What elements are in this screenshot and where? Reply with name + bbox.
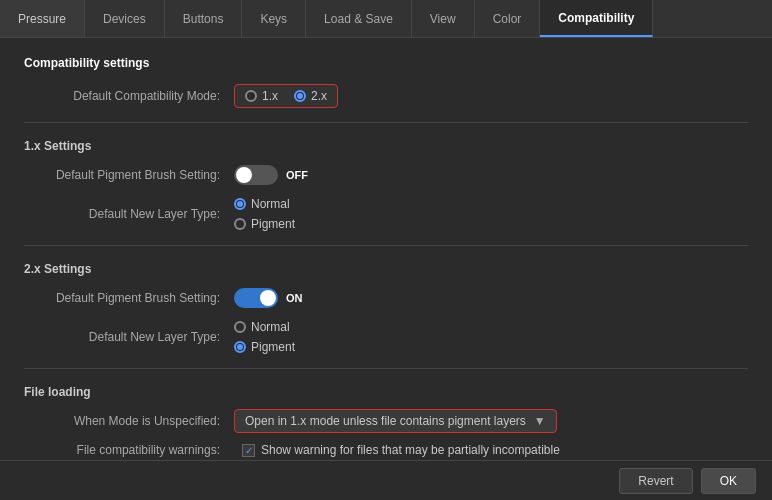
2x-brush-label: Default Pigment Brush Setting: bbox=[24, 291, 234, 305]
mode-1x-label: 1.x bbox=[262, 89, 278, 103]
warning-1-row: ✓ Show warning for files that may be par… bbox=[234, 443, 560, 457]
when-mode-label: When Mode is Unspecified: bbox=[24, 414, 234, 428]
tab-buttons[interactable]: Buttons bbox=[165, 0, 243, 37]
divider-3 bbox=[24, 368, 748, 369]
main-content: Compatibility settings Default Compatibi… bbox=[0, 38, 772, 460]
file-warnings-row: File compatibility warnings: ✓ Show warn… bbox=[24, 443, 748, 460]
mode-2x-radio[interactable] bbox=[294, 90, 306, 102]
1x-pigment-option[interactable]: Pigment bbox=[234, 217, 295, 231]
default-mode-row: Default Compatibility Mode: 1.x 2.x bbox=[24, 84, 748, 108]
compatibility-settings-title: Compatibility settings bbox=[24, 56, 748, 70]
2x-settings-title: 2.x Settings bbox=[24, 262, 748, 276]
ok-button[interactable]: OK bbox=[701, 468, 756, 494]
2x-layer-type-label: Default New Layer Type: bbox=[24, 330, 234, 344]
2x-layer-type-options: Normal Pigment bbox=[234, 320, 295, 354]
tab-view[interactable]: View bbox=[412, 0, 475, 37]
1x-normal-label: Normal bbox=[251, 197, 290, 211]
2x-layer-type-row: Default New Layer Type: Normal Pigment bbox=[24, 320, 748, 354]
1x-pigment-radio[interactable] bbox=[234, 218, 246, 230]
tab-color[interactable]: Color bbox=[475, 0, 541, 37]
compat-mode-group: 1.x 2.x bbox=[234, 84, 338, 108]
mode-1x-option[interactable]: 1.x bbox=[245, 89, 278, 103]
tab-load-save[interactable]: Load & Save bbox=[306, 0, 412, 37]
2x-normal-radio[interactable] bbox=[234, 321, 246, 333]
2x-pigment-radio[interactable] bbox=[234, 341, 246, 353]
tab-keys[interactable]: Keys bbox=[242, 0, 306, 37]
file-loading-title: File loading bbox=[24, 385, 748, 399]
when-mode-unspecified-row: When Mode is Unspecified: Open in 1.x mo… bbox=[24, 409, 748, 433]
divider-1 bbox=[24, 122, 748, 123]
divider-2 bbox=[24, 245, 748, 246]
2x-normal-option[interactable]: Normal bbox=[234, 320, 295, 334]
warning-1-text: Show warning for files that may be parti… bbox=[261, 443, 560, 457]
tab-devices[interactable]: Devices bbox=[85, 0, 165, 37]
tab-bar: Pressure Devices Buttons Keys Load & Sav… bbox=[0, 0, 772, 38]
2x-toggle-knob bbox=[260, 290, 276, 306]
mode-2x-label: 2.x bbox=[311, 89, 327, 103]
bottom-bar: Revert OK bbox=[0, 460, 772, 500]
1x-layer-type-label: Default New Layer Type: bbox=[24, 207, 234, 221]
tab-pressure[interactable]: Pressure bbox=[0, 0, 85, 37]
1x-toggle-knob bbox=[236, 167, 252, 183]
revert-button[interactable]: Revert bbox=[619, 468, 692, 494]
1x-layer-type-row: Default New Layer Type: Normal Pigment bbox=[24, 197, 748, 231]
mode-2x-option[interactable]: 2.x bbox=[294, 89, 327, 103]
1x-brush-toggle[interactable] bbox=[234, 165, 278, 185]
2x-pigment-option[interactable]: Pigment bbox=[234, 340, 295, 354]
1x-brush-toggle-wrapper: OFF bbox=[234, 165, 308, 185]
1x-brush-label: Default Pigment Brush Setting: bbox=[24, 168, 234, 182]
2x-brush-toggle-wrapper: ON bbox=[234, 288, 303, 308]
2x-brush-row: Default Pigment Brush Setting: ON bbox=[24, 286, 748, 310]
chevron-down-icon: ▼ bbox=[534, 414, 546, 428]
default-mode-label: Default Compatibility Mode: bbox=[24, 89, 234, 103]
warning-1-checkbox[interactable]: ✓ bbox=[242, 444, 255, 457]
2x-pigment-label: Pigment bbox=[251, 340, 295, 354]
1x-settings-title: 1.x Settings bbox=[24, 139, 748, 153]
warnings-list: ✓ Show warning for files that may be par… bbox=[234, 443, 560, 460]
2x-normal-label: Normal bbox=[251, 320, 290, 334]
file-warnings-label: File compatibility warnings: bbox=[24, 443, 234, 457]
1x-brush-row: Default Pigment Brush Setting: OFF bbox=[24, 163, 748, 187]
mode-dropdown[interactable]: Open in 1.x mode unless file contains pi… bbox=[234, 409, 557, 433]
2x-brush-toggle[interactable] bbox=[234, 288, 278, 308]
mode-1x-radio[interactable] bbox=[245, 90, 257, 102]
1x-normal-radio[interactable] bbox=[234, 198, 246, 210]
1x-pigment-label: Pigment bbox=[251, 217, 295, 231]
1x-layer-type-options: Normal Pigment bbox=[234, 197, 295, 231]
1x-brush-toggle-label: OFF bbox=[286, 169, 308, 181]
mode-dropdown-value: Open in 1.x mode unless file contains pi… bbox=[245, 414, 526, 428]
tab-compatibility[interactable]: Compatibility bbox=[540, 0, 653, 37]
1x-normal-option[interactable]: Normal bbox=[234, 197, 295, 211]
2x-brush-toggle-label: ON bbox=[286, 292, 303, 304]
